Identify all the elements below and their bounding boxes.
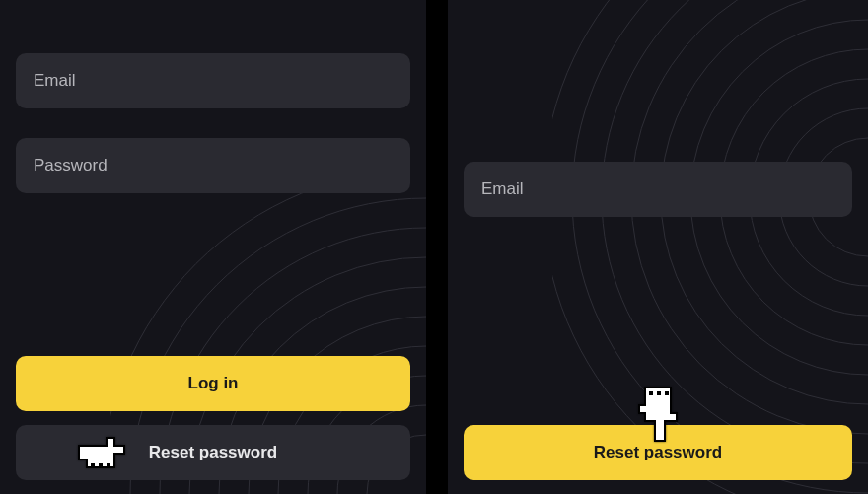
reset-password-button[interactable]: Reset password (16, 425, 410, 480)
pointing-hand-icon (75, 432, 128, 473)
password-field[interactable] (16, 138, 410, 193)
login-screen: Log in Reset password (0, 0, 426, 494)
svg-rect-12 (107, 463, 110, 467)
svg-rect-10 (91, 463, 95, 467)
email-field[interactable] (16, 53, 410, 108)
panel-divider (426, 0, 448, 494)
login-button[interactable]: Log in (16, 356, 410, 411)
svg-rect-11 (99, 463, 103, 467)
reset-password-screen: Reset password (448, 0, 868, 494)
login-button-label: Log in (188, 374, 239, 393)
reset-password-label: Reset password (149, 443, 277, 462)
reset-password-label: Reset password (594, 443, 722, 462)
reset-password-button[interactable]: Reset password (464, 425, 852, 480)
email-field[interactable] (464, 162, 852, 217)
